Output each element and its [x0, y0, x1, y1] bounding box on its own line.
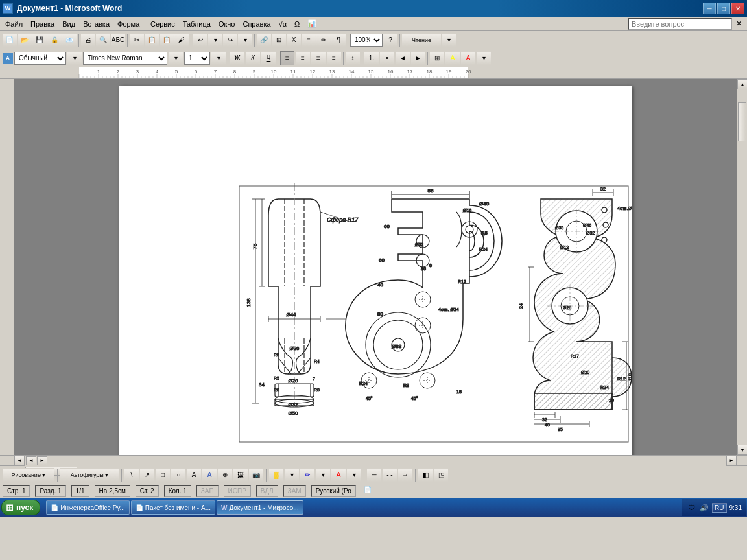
lang-indicator[interactable]: RU — [712, 503, 726, 513]
menu-math1[interactable]: √α — [275, 19, 290, 29]
menu-format[interactable]: Формат — [113, 19, 147, 29]
font-color2-button[interactable]: A — [331, 468, 346, 482]
fontsize-dropdown[interactable]: 1 — [184, 52, 210, 65]
bold-button[interactable]: Ж — [230, 51, 244, 65]
menu-help[interactable]: Справка — [239, 19, 274, 29]
3d-button[interactable]: ◳ — [434, 468, 448, 482]
open-button[interactable]: 📂 — [18, 33, 32, 47]
maximize-button[interactable]: □ — [717, 3, 730, 14]
permissions-button[interactable]: 🔒 — [47, 33, 62, 47]
textbox-tool[interactable]: A — [187, 468, 201, 482]
fill-dropdown[interactable]: ▾ — [285, 468, 299, 482]
underline-button[interactable]: Ч — [261, 51, 276, 65]
scroll-left-button[interactable]: ◄ — [14, 456, 25, 466]
scroll-down-button[interactable]: ▼ — [737, 445, 747, 455]
menu-edit[interactable]: Правка — [27, 19, 58, 29]
autoshapes-dropdown[interactable]: Автофигуры ▾ — [60, 468, 119, 482]
hyperlink-button[interactable]: 🔗 — [257, 33, 271, 47]
menu-view[interactable]: Вид — [58, 19, 79, 29]
fill-color-button[interactable]: ▓ — [269, 468, 283, 482]
style-dropdown-btn[interactable]: ▾ — [67, 51, 82, 65]
font-dropdown-btn[interactable]: ▾ — [169, 51, 183, 65]
cut-button[interactable]: ✂ — [130, 33, 144, 47]
indent-decrease[interactable]: ◄ — [396, 51, 410, 65]
drawing-button[interactable]: ✏ — [316, 33, 331, 47]
menu-file[interactable]: Файл — [1, 19, 27, 29]
indent-increase[interactable]: ► — [411, 51, 425, 65]
wordart-tool[interactable]: A — [202, 468, 217, 482]
ellipse-tool[interactable]: ○ — [171, 468, 185, 482]
preview-button[interactable]: 🔍 — [96, 33, 110, 47]
font-dropdown[interactable]: Times New Roman — [83, 52, 167, 65]
copy-button[interactable]: 📋 — [145, 33, 159, 47]
help-search[interactable] — [628, 18, 732, 30]
style-dropdown[interactable]: Обычный — [14, 52, 66, 65]
fontsize-dropdown-btn[interactable]: ▾ — [211, 51, 226, 65]
spellcheck-button[interactable]: ABC — [111, 33, 125, 47]
taskbar-item-2[interactable]: 📄 Пакет без имени - А... — [131, 500, 215, 515]
start-button[interactable]: ⊞ пуск — [1, 500, 40, 515]
menu-table[interactable]: Таблица — [179, 19, 215, 29]
menu-math2[interactable]: Ω — [290, 19, 303, 29]
redo-dropdown[interactable]: ▾ — [238, 33, 252, 47]
scroll-track[interactable] — [737, 89, 747, 445]
undo-dropdown[interactable]: ▾ — [208, 33, 222, 47]
diagram-tool[interactable]: ⊕ — [218, 468, 232, 482]
taskbar-item-1[interactable]: 📄 ИнженеркаOffice Ру... — [46, 500, 129, 515]
line-spacing-button[interactable]: ↕ — [346, 51, 360, 65]
arrow-tool[interactable]: ↗ — [140, 468, 154, 482]
menu-service[interactable]: Сервис — [147, 19, 179, 29]
align-center-button[interactable]: ≡ — [296, 51, 310, 65]
picture-tool[interactable]: 📷 — [249, 468, 263, 482]
rect-tool[interactable]: □ — [156, 468, 170, 482]
font-color2-dropdown[interactable]: ▾ — [347, 468, 361, 482]
align-left-button[interactable]: ≡ — [280, 51, 294, 65]
save-button[interactable]: 💾 — [32, 33, 47, 47]
italic-button[interactable]: К — [246, 51, 260, 65]
line-dropdown[interactable]: ▾ — [316, 468, 330, 482]
line-color-button[interactable]: ✏ — [300, 468, 314, 482]
minimize-button[interactable]: ─ — [703, 3, 716, 14]
columns-button[interactable]: ≡ — [302, 33, 316, 47]
new-button[interactable]: 📄 — [3, 33, 17, 47]
font-color-dropdown[interactable]: ▾ — [477, 51, 491, 65]
font-color-button[interactable]: A — [461, 51, 475, 65]
page-nav-prev[interactable]: ◄ — [26, 456, 36, 465]
zoom-select[interactable]: 100% — [350, 34, 383, 47]
zoom-help[interactable]: ? — [383, 33, 397, 47]
scroll-up-button[interactable]: ▲ — [737, 79, 747, 89]
read-button[interactable]: Чтение — [402, 33, 441, 47]
redo-button[interactable]: ↪ — [223, 33, 237, 47]
drawing-dropdown[interactable]: Рисование ▾ — [3, 468, 54, 482]
paste-button[interactable]: 📋 — [160, 33, 174, 47]
line-tool[interactable]: \ — [124, 468, 139, 482]
insert-excel[interactable]: X — [287, 33, 301, 47]
shadow-button[interactable]: ◧ — [418, 468, 433, 482]
close-pane[interactable]: ✕ — [732, 18, 746, 29]
print-button[interactable]: 🖨 — [81, 33, 95, 47]
scroll-right-button[interactable]: ► — [726, 456, 737, 466]
align-right-button[interactable]: ≡ — [311, 51, 326, 65]
align-justify-button[interactable]: ≡ — [327, 51, 341, 65]
taskbar-item-3[interactable]: W Документ1 - Микросо... — [217, 500, 303, 515]
menu-insert[interactable]: Вставка — [79, 19, 113, 29]
clipart-tool[interactable]: 🖼 — [233, 468, 248, 482]
menu-window[interactable]: Окно — [215, 19, 239, 29]
table-button[interactable]: ⊞ — [272, 33, 286, 47]
dash-style-button[interactable]: - - — [383, 468, 397, 482]
format-painter[interactable]: 🖌 — [174, 33, 189, 47]
horizontal-scrollbar[interactable]: ◄ ◄ ► ► — [14, 455, 737, 465]
border-button[interactable]: ⊞ — [430, 51, 444, 65]
arrow-style-button[interactable]: → — [398, 468, 412, 482]
highlight-button[interactable]: A — [445, 51, 460, 65]
scroll-thumb[interactable] — [738, 102, 746, 141]
close-button[interactable]: ✕ — [731, 3, 744, 14]
vertical-scrollbar[interactable]: ▲ ▼ — [737, 79, 747, 455]
numbered-list[interactable]: 1. — [364, 51, 379, 65]
page-nav-next[interactable]: ► — [37, 456, 47, 465]
email-button[interactable]: 📧 — [62, 33, 77, 47]
read-dropdown[interactable]: ▾ — [442, 33, 456, 47]
hscroll-track[interactable]: ◄ ► — [25, 456, 726, 466]
show-para[interactable]: ¶ — [331, 33, 346, 47]
undo-button[interactable]: ↩ — [193, 33, 208, 47]
